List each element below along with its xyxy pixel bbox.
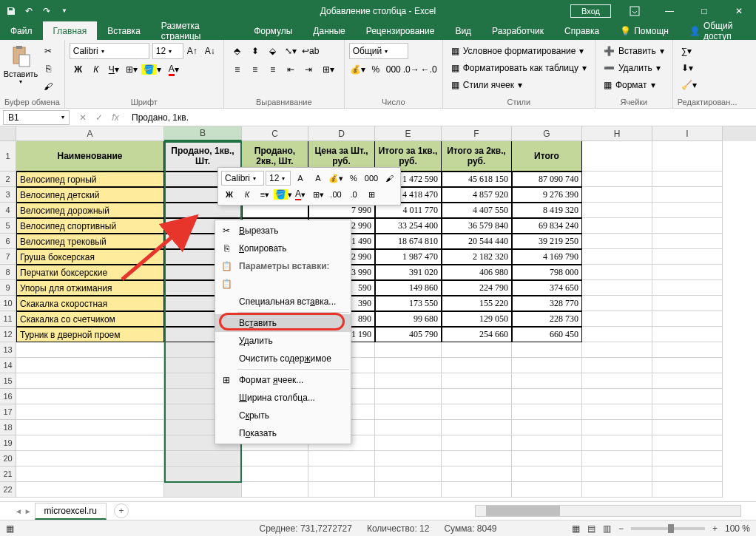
row-header[interactable]: 10 (0, 296, 16, 311)
cell[interactable] (652, 187, 723, 203)
mini-dec-decimal-icon[interactable]: .00 (328, 187, 344, 202)
mini-font-color-icon[interactable]: A▾ (292, 187, 308, 202)
decrease-font-icon[interactable]: A↓ (201, 43, 219, 59)
cell[interactable] (16, 420, 164, 435)
sheet-nav[interactable]: ◄ ► (15, 507, 32, 515)
increase-font-icon[interactable]: A↑ (183, 43, 201, 59)
enter-icon[interactable]: ✓ (92, 112, 107, 123)
maximize-icon[interactable]: □ (687, 0, 721, 21)
cell[interactable] (242, 482, 308, 498)
cell[interactable]: 129 050 (442, 311, 512, 327)
mini-format-painter-icon[interactable]: 🖌 (381, 171, 397, 186)
align-top-icon[interactable]: ⬘ (229, 43, 246, 59)
cell[interactable]: Упоры для отжимания (16, 280, 164, 296)
ctx-clear[interactable]: Очистить содержимое (215, 350, 351, 367)
row-header[interactable]: 1 (0, 141, 16, 172)
cell[interactable] (582, 249, 652, 265)
cell[interactable]: 405 790 (375, 327, 442, 342)
cell[interactable] (442, 467, 512, 482)
col-header-D[interactable]: D (308, 126, 375, 141)
currency-icon[interactable]: 💰▾ (349, 61, 367, 78)
cell[interactable] (512, 451, 582, 467)
tab-insert[interactable]: Вставка (97, 21, 151, 40)
row-header[interactable]: 4 (0, 203, 16, 218)
cell[interactable] (652, 435, 723, 451)
cell[interactable] (442, 420, 512, 435)
cell[interactable] (652, 451, 723, 467)
ctx-paste-option-default[interactable]: 📋 (215, 275, 351, 293)
view-normal-icon[interactable]: ▦ (572, 523, 580, 534)
fx-icon[interactable]: fx (108, 112, 123, 123)
cell[interactable]: 2 182 320 (442, 249, 512, 265)
col-header-E[interactable]: E (375, 126, 442, 141)
cell[interactable] (582, 280, 652, 296)
cell[interactable] (652, 172, 723, 187)
cell[interactable]: Итого (512, 141, 582, 172)
cell[interactable] (512, 467, 582, 482)
cell[interactable]: Итого за 2кв., руб. (442, 141, 512, 172)
cell[interactable]: 20 544 440 (442, 234, 512, 249)
cell[interactable]: Наименование (16, 141, 164, 172)
border-icon[interactable]: ⊞▾ (123, 61, 141, 78)
mini-currency-icon[interactable]: 💰▾ (328, 171, 344, 186)
row-header[interactable]: 5 (0, 218, 16, 234)
cell[interactable] (652, 296, 723, 311)
row-header[interactable]: 21 (0, 467, 16, 482)
cell[interactable] (652, 373, 723, 389)
autosum-button[interactable]: ∑▾ (678, 43, 696, 59)
insert-cells-button[interactable]: ➕Вставить▾ (600, 43, 668, 59)
underline-button[interactable]: Ч▾ (105, 61, 123, 78)
cell[interactable] (582, 234, 652, 249)
row-header[interactable]: 11 (0, 311, 16, 327)
cell[interactable] (375, 342, 442, 358)
cell[interactable] (375, 358, 442, 373)
cell[interactable]: 69 834 240 (512, 218, 582, 234)
cell[interactable] (582, 420, 652, 435)
cell[interactable]: Велосипед детский (16, 187, 164, 203)
cell[interactable] (442, 482, 512, 498)
format-cells-button[interactable]: ▦Формат▾ (600, 77, 659, 93)
ribbon-options-icon[interactable] (618, 0, 652, 21)
cell[interactable]: 660 450 (512, 327, 582, 342)
cell[interactable]: 39 219 250 (512, 234, 582, 249)
tab-developer[interactable]: Разработчик (482, 21, 554, 40)
cell[interactable] (582, 218, 652, 234)
minimize-icon[interactable]: — (652, 0, 686, 21)
paste-button[interactable]: Вставить ▾ (4, 43, 37, 85)
ctx-format-cells[interactable]: ⊞Формат ячеек... (215, 371, 351, 389)
cell[interactable] (16, 451, 164, 467)
cell[interactable] (375, 389, 442, 404)
align-right-icon[interactable]: ≡ (264, 61, 282, 78)
cell[interactable] (652, 218, 723, 234)
cell[interactable] (442, 451, 512, 467)
cell[interactable]: 4 169 790 (512, 249, 582, 265)
view-layout-icon[interactable]: ▤ (587, 523, 595, 534)
cell[interactable]: 374 650 (512, 280, 582, 296)
cell[interactable] (582, 482, 652, 498)
cell[interactable] (442, 342, 512, 358)
row-header[interactable]: 8 (0, 265, 16, 280)
cell[interactable]: Велосипед трековый (16, 234, 164, 249)
cell[interactable] (375, 435, 442, 451)
save-icon[interactable] (4, 4, 18, 18)
mini-size-combo[interactable]: 12▾ (266, 171, 291, 186)
cell[interactable] (652, 265, 723, 280)
indent-inc-icon[interactable]: ⇥ (300, 61, 317, 78)
align-middle-icon[interactable]: ⬍ (246, 43, 264, 59)
zoom-out-icon[interactable]: − (618, 523, 624, 534)
row-header[interactable]: 22 (0, 482, 16, 498)
select-all-corner[interactable] (0, 126, 16, 141)
row-header[interactable]: 9 (0, 280, 16, 296)
indent-dec-icon[interactable]: ⇤ (282, 61, 300, 78)
redo-icon[interactable]: ↷ (40, 4, 53, 18)
col-header-C[interactable]: C (242, 126, 308, 141)
cell[interactable] (582, 435, 652, 451)
font-name-combo[interactable]: Calibri▾ (70, 43, 149, 59)
col-header-H[interactable]: H (582, 126, 652, 141)
mini-merge-icon[interactable]: ⊞ (363, 187, 379, 202)
mini-italic-button[interactable]: К (239, 187, 255, 202)
tab-review[interactable]: Рецензирование (356, 21, 445, 40)
mini-comma-icon[interactable]: 000 (363, 171, 379, 186)
formula-bar[interactable]: Продано, 1кв. (126, 110, 756, 125)
cell[interactable] (582, 172, 652, 187)
